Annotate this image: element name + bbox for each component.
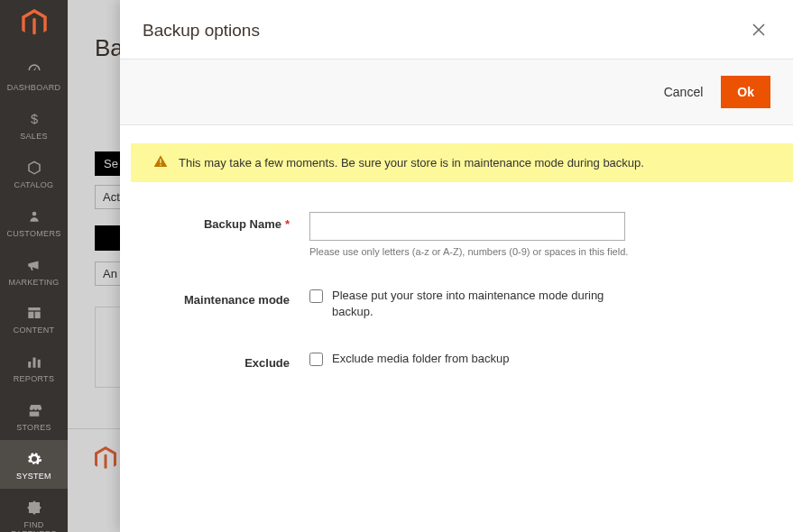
maintenance-checkbox-label: Please put your store into maintenance m… <box>332 288 621 320</box>
sidebar-item-content[interactable]: CONTENT <box>0 294 68 343</box>
sidebar-item-reports[interactable]: REPORTS <box>0 343 68 391</box>
svg-point-1 <box>32 211 36 216</box>
box-icon <box>26 158 42 178</box>
warning-triangle-icon <box>153 154 168 171</box>
layout-icon <box>26 303 42 323</box>
storefront-icon <box>25 400 43 420</box>
close-icon[interactable] <box>747 18 770 43</box>
modal-title: Backup options <box>143 21 260 41</box>
sidebar-item-stores[interactable]: STORES <box>0 391 68 440</box>
svg-rect-9 <box>160 164 161 165</box>
maintenance-checkbox[interactable] <box>309 289 323 303</box>
backup-name-input[interactable] <box>309 212 625 241</box>
sidebar-item-find-partners[interactable]: FIND PARTNERS & EXTENSIONS <box>0 489 68 532</box>
form-row-maintenance: Maintenance mode Please put your store i… <box>120 280 793 327</box>
svg-rect-5 <box>28 362 31 368</box>
backup-name-hint: Please use only letters (a-z or A-Z), nu… <box>309 246 670 257</box>
warning-text: This may take a few moments. Be sure you… <box>179 156 644 170</box>
sidebar-item-label: MARKETING <box>8 279 59 288</box>
sidebar-item-label: FIND PARTNERS & EXTENSIONS <box>0 521 68 532</box>
backup-name-label: Backup Name* <box>147 212 309 257</box>
svg-rect-2 <box>28 307 40 310</box>
sidebar-item-dashboard[interactable]: DASHBOARD <box>0 51 68 100</box>
form-row-backup-name: Backup Name* Please use only letters (a-… <box>120 205 793 264</box>
svg-rect-7 <box>37 360 40 368</box>
gear-icon <box>26 449 42 469</box>
sidebar-item-label: REPORTS <box>14 375 54 384</box>
sidebar-item-catalog[interactable]: CATALOG <box>0 149 68 197</box>
backup-options-modal: Backup options Cancel Ok This may take a… <box>120 0 793 532</box>
svg-rect-8 <box>160 159 161 163</box>
exclude-label: Exclude <box>147 351 309 370</box>
sidebar-item-label: CUSTOMERS <box>6 230 60 239</box>
sidebar-item-label: STORES <box>16 424 51 433</box>
puzzle-icon <box>26 498 42 518</box>
modal-header: Backup options <box>120 0 793 59</box>
magento-logo[interactable] <box>16 9 52 38</box>
warning-message: This may take a few moments. Be sure you… <box>131 143 793 182</box>
svg-rect-3 <box>28 312 33 318</box>
sidebar-item-label: SALES <box>20 133 48 142</box>
megaphone-icon <box>25 255 43 275</box>
admin-sidebar: DASHBOARD $ SALES CATALOG CUSTOMERS MARK… <box>0 0 68 532</box>
svg-rect-4 <box>34 312 40 318</box>
svg-rect-6 <box>32 358 35 368</box>
svg-text:$: $ <box>31 112 38 126</box>
ok-button[interactable]: Ok <box>721 76 770 108</box>
modal-body: This may take a few moments. Be sure you… <box>120 125 793 532</box>
dollar-icon: $ <box>27 109 41 129</box>
maintenance-label: Maintenance mode <box>147 288 309 320</box>
dashboard-icon <box>25 60 43 80</box>
person-icon <box>28 206 41 226</box>
bars-icon <box>26 352 42 371</box>
sidebar-item-marketing[interactable]: MARKETING <box>0 246 68 295</box>
sidebar-item-label: SYSTEM <box>16 472 51 482</box>
sidebar-item-label: CATALOG <box>14 181 54 190</box>
exclude-checkbox-label: Exclude media folder from backup <box>332 351 510 367</box>
cancel-button[interactable]: Cancel <box>664 85 704 99</box>
sidebar-item-sales[interactable]: $ SALES <box>0 100 68 149</box>
modal-action-bar: Cancel Ok <box>120 59 793 125</box>
required-asterisk: * <box>285 217 290 231</box>
sidebar-item-system[interactable]: SYSTEM <box>0 440 68 489</box>
sidebar-item-label: DASHBOARD <box>7 84 61 93</box>
form-row-exclude: Exclude Exclude media folder from backup <box>120 344 793 377</box>
exclude-checkbox[interactable] <box>309 353 323 366</box>
sidebar-item-label: CONTENT <box>14 326 55 335</box>
sidebar-item-customers[interactable]: CUSTOMERS <box>0 197 68 246</box>
